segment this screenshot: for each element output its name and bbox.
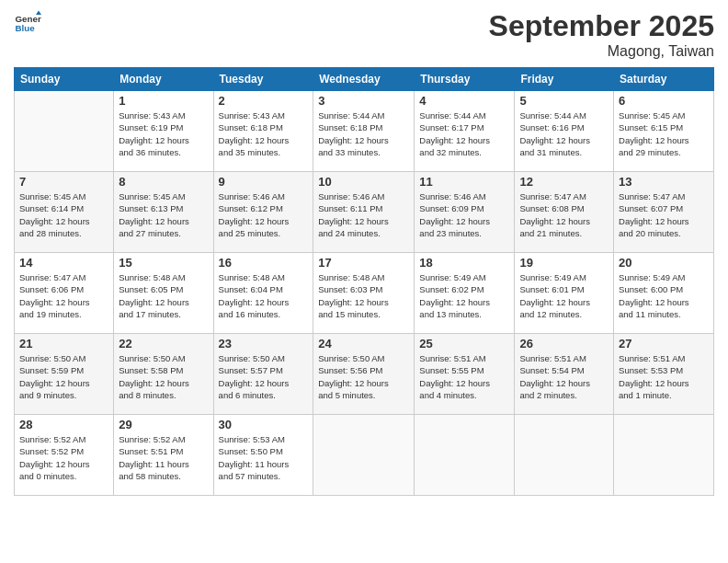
table-row: 11Sunrise: 5:46 AM Sunset: 6:09 PM Dayli… [415,172,515,253]
day-number: 26 [519,337,609,350]
day-info: Sunrise: 5:47 AM Sunset: 6:06 PM Dayligh… [19,271,108,320]
day-number: 25 [419,337,509,350]
page: General Blue September 2025 Magong, Taiw… [0,0,728,563]
table-row: 10Sunrise: 5:46 AM Sunset: 6:11 PM Dayli… [313,172,415,253]
table-row: 18Sunrise: 5:49 AM Sunset: 6:02 PM Dayli… [415,253,515,334]
col-sunday: Sunday [15,68,114,91]
table-row: 1Sunrise: 5:43 AM Sunset: 6:19 PM Daylig… [114,91,213,172]
table-row: 7Sunrise: 5:45 AM Sunset: 6:14 PM Daylig… [15,172,114,253]
day-info: Sunrise: 5:43 AM Sunset: 6:19 PM Dayligh… [119,109,208,158]
table-row [415,415,515,496]
table-row: 20Sunrise: 5:49 AM Sunset: 6:00 PM Dayli… [614,253,714,334]
day-info: Sunrise: 5:50 AM Sunset: 5:58 PM Dayligh… [119,352,208,401]
table-row: 9Sunrise: 5:46 AM Sunset: 6:12 PM Daylig… [213,172,313,253]
table-row [313,415,415,496]
table-row [515,415,614,496]
table-row: 14Sunrise: 5:47 AM Sunset: 6:06 PM Dayli… [15,253,114,334]
day-info: Sunrise: 5:48 AM Sunset: 6:05 PM Dayligh… [119,271,208,320]
day-info: Sunrise: 5:44 AM Sunset: 6:17 PM Dayligh… [419,109,509,158]
day-info: Sunrise: 5:45 AM Sunset: 6:15 PM Dayligh… [619,109,709,158]
table-row: 28Sunrise: 5:52 AM Sunset: 5:52 PM Dayli… [15,415,114,496]
day-number: 5 [519,94,609,108]
col-monday: Monday [114,68,213,91]
day-number: 14 [19,256,108,270]
table-row: 17Sunrise: 5:48 AM Sunset: 6:03 PM Dayli… [313,253,415,334]
table-row: 19Sunrise: 5:49 AM Sunset: 6:01 PM Dayli… [515,253,614,334]
day-number: 2 [219,94,309,108]
day-info: Sunrise: 5:51 AM Sunset: 5:55 PM Dayligh… [419,352,509,401]
table-row [614,415,714,496]
day-info: Sunrise: 5:52 AM Sunset: 5:52 PM Dayligh… [19,433,108,482]
calendar-week-row: 28Sunrise: 5:52 AM Sunset: 5:52 PM Dayli… [15,415,714,496]
day-number: 19 [519,256,609,270]
col-saturday: Saturday [614,68,714,91]
day-number: 8 [119,175,208,189]
table-row: 15Sunrise: 5:48 AM Sunset: 6:05 PM Dayli… [114,253,213,334]
day-number: 7 [19,175,108,189]
calendar-header-row: Sunday Monday Tuesday Wednesday Thursday… [15,68,714,91]
day-info: Sunrise: 5:46 AM Sunset: 6:12 PM Dayligh… [219,190,309,239]
calendar-table: Sunday Monday Tuesday Wednesday Thursday… [14,67,714,496]
day-info: Sunrise: 5:50 AM Sunset: 5:59 PM Dayligh… [19,352,108,401]
col-tuesday: Tuesday [213,68,313,91]
day-number: 3 [318,94,409,108]
day-number: 18 [419,256,509,270]
day-number: 6 [619,94,709,108]
day-number: 20 [619,256,709,270]
month-title: September 2025 [489,9,714,43]
day-number: 23 [219,337,309,350]
day-info: Sunrise: 5:47 AM Sunset: 6:07 PM Dayligh… [619,190,709,239]
col-thursday: Thursday [415,68,515,91]
calendar-week-row: 1Sunrise: 5:43 AM Sunset: 6:19 PM Daylig… [15,91,714,172]
table-row: 8Sunrise: 5:45 AM Sunset: 6:13 PM Daylig… [114,172,213,253]
svg-text:General: General [16,14,42,24]
day-number: 22 [119,337,208,350]
day-number: 16 [219,256,309,270]
day-number: 15 [119,256,208,270]
table-row: 4Sunrise: 5:44 AM Sunset: 6:17 PM Daylig… [415,91,515,172]
day-info: Sunrise: 5:49 AM Sunset: 6:02 PM Dayligh… [419,271,509,320]
day-number: 1 [119,94,208,108]
day-info: Sunrise: 5:47 AM Sunset: 6:08 PM Dayligh… [519,190,609,239]
day-number: 29 [119,418,208,431]
day-number: 28 [19,418,108,431]
day-info: Sunrise: 5:50 AM Sunset: 5:56 PM Dayligh… [318,352,409,401]
table-row: 25Sunrise: 5:51 AM Sunset: 5:55 PM Dayli… [415,334,515,415]
day-info: Sunrise: 5:51 AM Sunset: 5:53 PM Dayligh… [619,352,709,401]
day-number: 12 [519,175,609,189]
day-number: 4 [419,94,509,108]
day-number: 24 [318,337,409,350]
calendar-week-row: 14Sunrise: 5:47 AM Sunset: 6:06 PM Dayli… [15,253,714,334]
table-row: 13Sunrise: 5:47 AM Sunset: 6:07 PM Dayli… [614,172,714,253]
calendar-week-row: 7Sunrise: 5:45 AM Sunset: 6:14 PM Daylig… [15,172,714,253]
table-row: 26Sunrise: 5:51 AM Sunset: 5:54 PM Dayli… [515,334,614,415]
day-info: Sunrise: 5:48 AM Sunset: 6:03 PM Dayligh… [318,271,409,320]
day-info: Sunrise: 5:50 AM Sunset: 5:57 PM Dayligh… [219,352,309,401]
table-row: 6Sunrise: 5:45 AM Sunset: 6:15 PM Daylig… [614,91,714,172]
table-row: 21Sunrise: 5:50 AM Sunset: 5:59 PM Dayli… [15,334,114,415]
day-info: Sunrise: 5:44 AM Sunset: 6:16 PM Dayligh… [519,109,609,158]
location: Magong, Taiwan [489,43,714,60]
table-row: 30Sunrise: 5:53 AM Sunset: 5:50 PM Dayli… [213,415,313,496]
day-info: Sunrise: 5:48 AM Sunset: 6:04 PM Dayligh… [219,271,309,320]
table-row: 22Sunrise: 5:50 AM Sunset: 5:58 PM Dayli… [114,334,213,415]
day-info: Sunrise: 5:53 AM Sunset: 5:50 PM Dayligh… [219,433,309,482]
table-row: 23Sunrise: 5:50 AM Sunset: 5:57 PM Dayli… [213,334,313,415]
day-number: 13 [619,175,709,189]
table-row: 24Sunrise: 5:50 AM Sunset: 5:56 PM Dayli… [313,334,415,415]
day-info: Sunrise: 5:45 AM Sunset: 6:14 PM Dayligh… [19,190,108,239]
svg-text:Blue: Blue [16,23,36,33]
table-row: 2Sunrise: 5:43 AM Sunset: 6:18 PM Daylig… [213,91,313,172]
table-row: 3Sunrise: 5:44 AM Sunset: 6:18 PM Daylig… [313,91,415,172]
day-info: Sunrise: 5:44 AM Sunset: 6:18 PM Dayligh… [318,109,409,158]
table-row: 16Sunrise: 5:48 AM Sunset: 6:04 PM Dayli… [213,253,313,334]
day-info: Sunrise: 5:45 AM Sunset: 6:13 PM Dayligh… [119,190,208,239]
day-info: Sunrise: 5:46 AM Sunset: 6:09 PM Dayligh… [419,190,509,239]
table-row: 5Sunrise: 5:44 AM Sunset: 6:16 PM Daylig… [515,91,614,172]
day-info: Sunrise: 5:46 AM Sunset: 6:11 PM Dayligh… [318,190,409,239]
day-number: 27 [619,337,709,350]
day-info: Sunrise: 5:51 AM Sunset: 5:54 PM Dayligh… [519,352,609,401]
day-info: Sunrise: 5:52 AM Sunset: 5:51 PM Dayligh… [119,433,208,482]
day-number: 21 [19,337,108,350]
day-info: Sunrise: 5:49 AM Sunset: 6:00 PM Dayligh… [619,271,709,320]
